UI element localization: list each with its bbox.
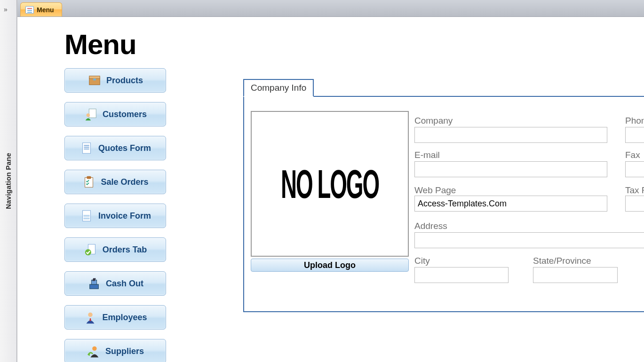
input-webpage[interactable]	[414, 196, 607, 212]
clipboard-icon	[82, 175, 96, 189]
input-address[interactable]	[414, 232, 644, 248]
box-icon	[87, 73, 102, 87]
label-taxrate: Tax Rate	[625, 185, 644, 196]
menu-button-cash-out[interactable]: Cash Out	[64, 271, 166, 296]
supplier-icon	[87, 344, 101, 358]
form-icon	[25, 6, 34, 14]
label-city: City	[414, 256, 430, 266]
nav-expand-icon[interactable]: »	[4, 6, 8, 13]
employee-icon	[83, 310, 97, 324]
input-taxrate[interactable]	[625, 196, 644, 212]
menu-buttons-column: Products Customers Quotes Form Sale Orde…	[64, 68, 166, 362]
svg-rect-16	[90, 284, 99, 289]
logo-placeholder-text: NO LOGO	[281, 161, 379, 207]
page-body: Menu Products Customers Quotes Form	[17, 17, 644, 362]
svg-rect-10	[87, 176, 91, 179]
tab-company-info[interactable]: Company Info	[243, 79, 314, 97]
document-tab-strip: Menu	[17, 0, 644, 17]
person-page-icon	[84, 107, 98, 121]
menu-button-label: Cash Out	[106, 279, 143, 289]
navigation-pane-collapsed[interactable]: » Navigation Pane	[0, 0, 17, 362]
svg-point-4	[87, 113, 90, 117]
menu-button-sale-orders[interactable]: Sale Orders	[64, 170, 166, 194]
document-area: Menu Menu Products Customers	[17, 0, 644, 362]
menu-button-invoice-form[interactable]: Invoice Form	[64, 204, 166, 228]
menu-button-label: Customers	[103, 110, 147, 119]
document-icon	[80, 141, 94, 155]
menu-button-suppliers[interactable]: Suppliers	[64, 339, 166, 362]
navigation-pane-label: Navigation Pane	[4, 153, 12, 209]
input-company[interactable]	[414, 127, 607, 143]
menu-button-label: Products	[106, 76, 143, 86]
svg-rect-5	[83, 143, 91, 154]
input-state[interactable]	[533, 267, 618, 283]
input-city[interactable]	[414, 267, 509, 283]
svg-point-18	[88, 313, 93, 317]
menu-button-label: Sale Orders	[101, 177, 148, 187]
label-state: State/Province	[533, 256, 591, 266]
svg-rect-2	[93, 79, 96, 80]
label-address: Address	[414, 221, 447, 231]
input-fax[interactable]	[625, 161, 644, 177]
company-info-panel: Company Info NO LOGO Upload Logo Company…	[243, 96, 644, 312]
label-webpage: Web Page	[414, 185, 456, 196]
tab-label: Menu	[37, 6, 54, 14]
menu-button-label: Invoice Form	[98, 211, 151, 221]
label-phone: Phone	[625, 116, 644, 126]
menu-button-label: Suppliers	[105, 346, 144, 356]
svg-rect-13	[83, 218, 89, 220]
svg-rect-3	[89, 109, 96, 118]
menu-button-employees[interactable]: Employees	[64, 305, 166, 330]
svg-rect-1	[89, 76, 100, 79]
menu-button-quotes-form[interactable]: Quotes Form	[64, 136, 166, 160]
input-email[interactable]	[414, 161, 607, 177]
svg-point-19	[92, 346, 96, 351]
tab-company-info-label: Company Info	[251, 83, 306, 93]
label-company: Company	[414, 116, 453, 126]
invoice-icon	[80, 209, 94, 223]
upload-logo-button[interactable]: Upload Logo	[251, 259, 409, 272]
svg-rect-9	[85, 178, 93, 188]
menu-button-label: Quotes Form	[98, 143, 151, 153]
input-phone[interactable]	[625, 127, 644, 143]
label-fax: Fax	[625, 150, 640, 160]
menu-button-customers[interactable]: Customers	[64, 102, 166, 126]
menu-button-label: Orders Tab	[103, 245, 147, 255]
svg-rect-12	[83, 215, 89, 217]
menu-button-label: Employees	[102, 313, 147, 323]
check-page-icon	[84, 243, 98, 257]
logo-placeholder[interactable]: NO LOGO	[251, 111, 409, 257]
tab-menu[interactable]: Menu	[20, 2, 62, 16]
label-email: E-mail	[414, 150, 440, 160]
page-title: Menu	[64, 28, 644, 61]
menu-button-products[interactable]: Products	[64, 68, 166, 93]
cash-register-icon	[87, 276, 101, 291]
upload-logo-label: Upload Logo	[304, 260, 356, 270]
menu-button-orders-tab[interactable]: Orders Tab	[64, 237, 166, 262]
